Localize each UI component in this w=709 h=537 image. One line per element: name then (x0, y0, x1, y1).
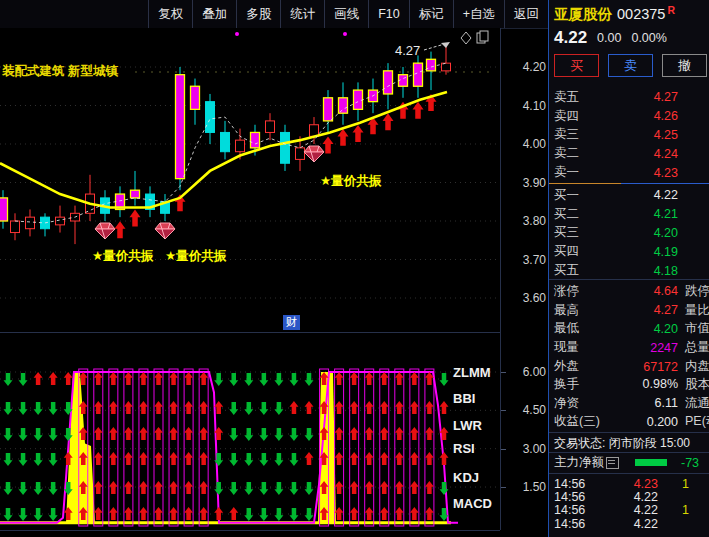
divider (549, 279, 709, 280)
ask-4-row[interactable]: 卖四4.26 (554, 107, 709, 126)
divider (549, 432, 709, 433)
tick-row[interactable]: 14:564.22 (554, 517, 709, 530)
bid-4-label: 买四 (554, 243, 600, 260)
bid-5-label: 买五 (554, 262, 600, 279)
toolbar-button-f10[interactable]: F10 (368, 0, 409, 28)
tick-time: 14:56 (554, 490, 596, 504)
price-row: 4.22 0.00 0.00% (549, 27, 709, 49)
stat-2-value: 4.20 (600, 322, 678, 336)
bid-1-row[interactable]: 买一4.22 (554, 186, 709, 205)
stat-1-label2: 量比 (685, 302, 709, 319)
bid-4-row[interactable]: 买四4.19 (554, 242, 709, 261)
indicator-axis: 6.004.503.001.50 (500, 346, 549, 530)
bid-2-row[interactable]: 买二4.21 (554, 205, 709, 224)
sell-button[interactable]: 卖 (608, 54, 653, 77)
main-candlestick-chart[interactable]: 装配式建筑 新型城镇4.27★量价共振★量价共振★量价共振 财 (0, 28, 500, 333)
diamond-icon[interactable] (461, 32, 471, 44)
trade-buttons: 买 卖 撤 (549, 54, 709, 78)
stat-3-row[interactable]: 现量2247总量 (554, 338, 709, 357)
toolbar-button-multi[interactable]: 多股 (236, 0, 280, 28)
indicator-label-kdj[interactable]: KDJ (453, 470, 479, 485)
stat-3-value: 2247 (600, 341, 678, 355)
indicator-label-macd[interactable]: MACD (453, 496, 492, 511)
indicator-label-zlmm[interactable]: ZLMM (453, 365, 491, 380)
stat-0-row[interactable]: 涨停4.64跌停 (554, 282, 709, 301)
toolbar-button-stats[interactable]: 统计 (280, 0, 324, 28)
indicator-label-rsi[interactable]: RSI (453, 441, 475, 456)
divider (549, 473, 709, 474)
tick-price: 4.23 (596, 477, 658, 491)
stat-2-row[interactable]: 最低4.20市值 (554, 320, 709, 339)
indicator-panel[interactable]: ZLMMBBILWRRSIKDJMACD (0, 346, 500, 531)
ask-2-row[interactable]: 卖二4.24 (554, 144, 709, 163)
stat2-2-value: 0.200 (600, 415, 678, 429)
indicator-label-lwr[interactable]: LWR (453, 418, 482, 433)
stat2-2-row[interactable]: 收益(三)0.200PE(动) (554, 413, 709, 432)
stat-1-value: 4.27 (600, 303, 678, 317)
tick-price: 4.22 (596, 490, 658, 504)
stat-1-label: 最高 (554, 302, 600, 319)
ask-3-row[interactable]: 卖三4.25 (554, 126, 709, 145)
stat-4-row[interactable]: 外盘67172内盘 (554, 357, 709, 376)
tick-price: 4.22 (596, 503, 658, 517)
bid-3-row[interactable]: 买三4.20 (554, 224, 709, 243)
toolbar-button-addwatch[interactable]: +自选 (453, 0, 504, 28)
stat2-0-label: 换手 (554, 376, 600, 393)
current-price: 4.22 (554, 28, 587, 48)
indicator-axis-label: 4.50 (523, 403, 546, 417)
theme-text: 装配式建筑 新型城镇 (2, 64, 118, 78)
cancel-order-button[interactable]: 撤 (662, 54, 707, 77)
buy-button[interactable]: 买 (554, 54, 599, 77)
ask-2-value: 4.24 (600, 147, 678, 161)
indicator-label-bbi[interactable]: BBI (453, 391, 475, 406)
price-axis-label: 3.70 (523, 253, 546, 267)
price-change-pct: 0.00% (631, 31, 666, 45)
ask-4-value: 4.26 (600, 109, 678, 123)
signal-text-left-1: ★量价共振 (92, 249, 154, 263)
toolbar-button-drawline[interactable]: 画线 (324, 0, 368, 28)
stat-0-label: 涨停 (554, 283, 600, 300)
toolbar-button-fuquan[interactable]: 复权 (148, 0, 192, 28)
price-axis-label: 4.00 (523, 137, 546, 151)
high-price-label: 4.27 (395, 43, 420, 58)
axis-tick (501, 410, 506, 411)
stat2-1-label2: 流通 (685, 395, 709, 412)
tick-row[interactable]: 14:564.22 (554, 490, 709, 503)
stat-1-row[interactable]: 最高4.27量比 (554, 301, 709, 320)
stat-4-label2: 内盘 (685, 358, 709, 375)
stat2-0-label2: 股本 (685, 376, 709, 393)
signal-columns (79, 369, 434, 526)
ask-1-value: 4.23 (600, 166, 678, 180)
main-fund-label: 主力净额 (554, 454, 604, 471)
ask-1-row[interactable]: 卖一4.23 (554, 163, 709, 182)
tick-row[interactable]: 14:564.221 (554, 504, 709, 517)
stat-4-value: 67172 (600, 360, 678, 374)
stat2-1-row[interactable]: 净资6.11流通 (554, 394, 709, 413)
signal-markers (95, 94, 437, 239)
price-axis-label: 3.90 (523, 176, 546, 190)
stat-2-label2: 市值 (685, 320, 709, 337)
stat2-0-row[interactable]: 换手0.98%股本 (554, 375, 709, 394)
bid-5-row[interactable]: 买五4.18 (554, 261, 709, 280)
bid-4-value: 4.19 (600, 245, 678, 259)
stat-4-label: 外盘 (554, 358, 600, 375)
stock-name: 亚厦股份 (554, 5, 612, 24)
ask-5-row[interactable]: 卖五4.27 (554, 88, 709, 107)
toolbar-button-mark[interactable]: 标记 (409, 0, 453, 28)
cai-tag[interactable]: 财 (283, 315, 300, 330)
stat-0-label2: 跌停 (685, 283, 709, 300)
tick-time: 14:56 (554, 477, 596, 491)
tick-list[interactable]: 14:564.23114:564.2214:564.22114:564.22 (549, 477, 709, 531)
stat2-1-value: 6.11 (600, 396, 678, 410)
stat2-2-label: 收益(三) (554, 413, 600, 430)
axis-tick (501, 372, 506, 373)
ask-3-value: 4.25 (600, 128, 678, 142)
price-axis: 4.204.104.003.903.803.703.60 (500, 28, 549, 346)
ask-5-label: 卖五 (554, 89, 600, 106)
tick-time: 14:56 (554, 503, 596, 517)
toolbar-button-back[interactable]: 返回 (504, 0, 548, 28)
tick-row[interactable]: 14:564.231 (554, 477, 709, 490)
stock-header: 亚厦股份 002375 R (549, 4, 709, 24)
main-fund-row[interactable]: 主力净额 -73 (549, 454, 709, 471)
toolbar-button-overlay[interactable]: 叠加 (192, 0, 236, 28)
